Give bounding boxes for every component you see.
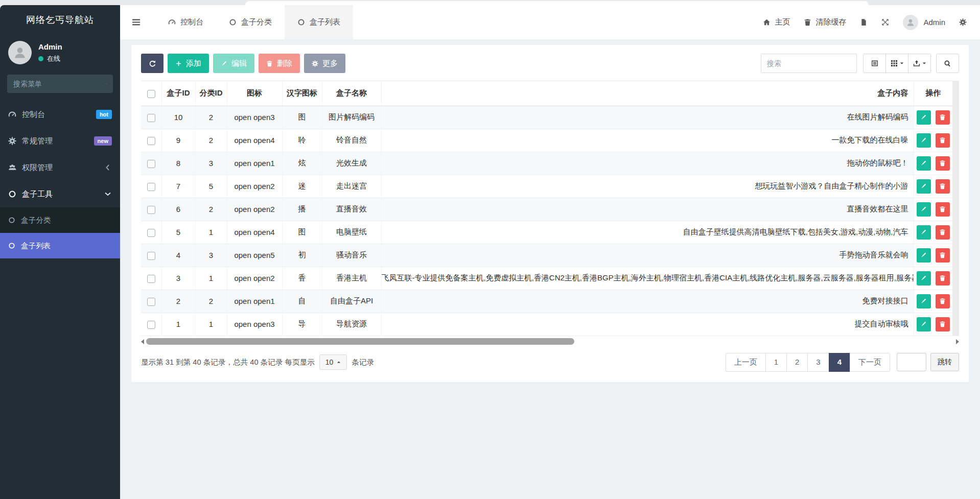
search-toggle-button[interactable] [936,54,959,73]
row-checkbox[interactable] [147,206,155,214]
trash-icon [939,229,946,235]
row-checkbox[interactable] [147,321,155,329]
pencil-icon [920,114,927,121]
row-delete-button[interactable] [936,156,950,171]
cell-category-id: 1 [195,313,227,336]
sidebar-item-box-list[interactable]: 盒子列表 [0,233,120,258]
next-page-button[interactable]: 下一页 [850,353,890,372]
row-delete-button[interactable] [936,133,950,148]
sidebar-search [7,75,113,93]
row-edit-button[interactable] [917,202,931,217]
scroll-left-arrow[interactable] [141,339,144,344]
row-edit-button[interactable] [917,156,931,171]
sidebar-search-input[interactable] [13,80,106,88]
home-link[interactable]: 主页 [763,17,790,27]
clear-cache-link[interactable]: 清除缓存 [804,17,846,27]
row-checkbox[interactable] [147,298,155,306]
cell-box-name: 骚动音乐 [322,244,381,267]
select-all-checkbox[interactable] [147,90,155,98]
delete-button[interactable]: 删除 [259,54,300,73]
row-edit-button[interactable] [917,179,931,194]
sidebar-item-general[interactable]: 常规管理 new [0,128,120,154]
row-delete-button[interactable] [936,271,950,286]
detail-view-button[interactable] [863,54,886,73]
cell-box-id: 8 [161,152,195,175]
page-button-1[interactable]: 1 [765,353,787,372]
jump-button[interactable]: 跳转 [930,353,959,371]
more-button[interactable]: 更多 [304,54,345,73]
row-checkbox[interactable] [147,229,155,237]
user-menu[interactable]: Admin [903,15,945,30]
page-button-3[interactable]: 3 [807,353,829,372]
row-checkbox[interactable] [147,252,155,260]
row-checkbox[interactable] [147,114,155,122]
edit-button[interactable]: 编辑 [213,54,254,73]
gear-icon [312,60,318,67]
row-delete-button[interactable] [936,248,950,263]
jump-page-input[interactable] [897,353,926,371]
tab-box-list[interactable]: 盒子列表 [285,5,353,39]
column-header-box-name[interactable]: 盒子名称 [322,81,381,106]
row-delete-button[interactable] [936,225,950,240]
row-delete-button[interactable] [936,294,950,308]
column-header-icon[interactable]: 图标 [227,81,282,106]
cell-icon: open open1 [227,290,282,313]
scroll-right-arrow[interactable] [956,339,959,344]
row-edit-button[interactable] [917,133,931,148]
list-view-icon [871,60,878,67]
refresh-button[interactable] [141,54,164,73]
scrollbar-thumb[interactable] [146,338,574,345]
fullscreen-button[interactable] [881,18,889,26]
row-delete-button[interactable] [936,202,950,217]
sidebar-toggle-button[interactable] [120,5,152,39]
docs-button[interactable] [860,18,868,26]
sidebar-item-box-category[interactable]: 盒子分类 [0,207,120,233]
caret-up-icon [337,360,341,364]
settings-button[interactable] [959,18,967,26]
page-button-4-active[interactable]: 4 [829,353,850,372]
sidebar-item-auth[interactable]: 权限管理 [0,154,120,181]
sidebar-item-dashboard[interactable]: 控制台 hot [0,101,120,128]
row-edit-button[interactable] [917,110,931,125]
trash-icon [939,321,946,327]
user-avatar [8,41,32,64]
column-header-category-id[interactable]: 分类ID [195,81,227,106]
row-delete-button[interactable] [936,317,950,331]
pencil-icon [920,321,927,327]
cell-icon: open open2 [227,198,282,221]
select-all-cell [141,81,161,106]
row-edit-button[interactable] [917,317,931,331]
pencil-icon [920,252,927,258]
tab-dashboard[interactable]: 控制台 [155,5,216,39]
gear-icon [8,137,16,145]
tab-box-category[interactable]: 盒子分类 [216,5,285,39]
column-header-box-content[interactable]: 盒子内容 [381,81,914,106]
scrollbar-track[interactable] [146,338,954,345]
row-edit-button[interactable] [917,271,931,286]
prev-page-button[interactable]: 上一页 [726,353,766,372]
row-edit-button[interactable] [917,225,931,240]
cell-box-id: 2 [161,290,195,313]
row-edit-button[interactable] [917,248,931,263]
table-search-input[interactable] [761,54,857,73]
row-delete-button[interactable] [936,110,950,125]
row-checkbox[interactable] [147,137,155,145]
page-button-2[interactable]: 2 [786,353,808,372]
columns-button[interactable] [885,54,908,73]
export-button[interactable] [908,54,931,73]
page-size-dropdown[interactable]: 10 [319,354,347,370]
cell-box-name: 香港主机 [322,267,381,290]
cell-icon: open open4 [227,129,282,152]
row-checkbox[interactable] [147,183,155,191]
row-checkbox[interactable] [147,160,155,168]
cell-box-id: 1 [161,313,195,336]
row-delete-button[interactable] [936,179,950,194]
table-header-row: 盒子ID 分类ID 图标 汉字图标 盒子名称 盒子内容 操作 [141,81,952,106]
add-button[interactable]: 添加 [168,54,209,73]
column-header-box-id[interactable]: 盒子ID [161,81,195,106]
row-checkbox[interactable] [147,275,155,283]
trash-icon [939,298,946,304]
sidebar-item-box-tools[interactable]: 盒子工具 [0,181,120,207]
column-header-hanzi-icon[interactable]: 汉字图标 [282,81,322,106]
row-edit-button[interactable] [917,294,931,308]
